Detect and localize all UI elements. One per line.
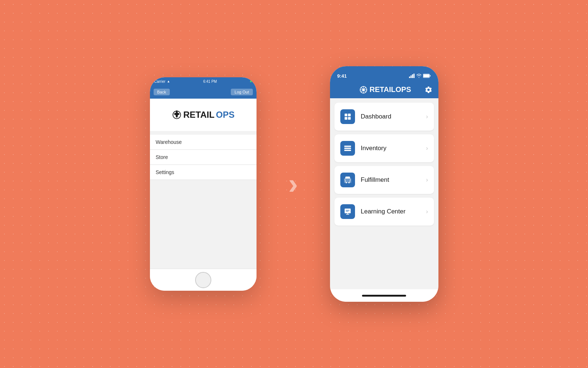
home-indicator (362, 295, 406, 297)
svg-rect-21 (344, 209, 351, 213)
new-phone-bottom (330, 289, 438, 302)
logout-button[interactable]: Log Out (231, 89, 252, 95)
gear-icon (424, 86, 433, 94)
menu-card-inventory[interactable]: Inventory › (334, 134, 434, 162)
svg-rect-7 (423, 74, 429, 77)
fulfillment-label: Fulfillment (361, 176, 426, 184)
old-logo-area: RETAILOPS (150, 99, 257, 131)
new-phone-body: Dashboard › Inventory › (330, 98, 438, 289)
svg-rect-12 (348, 114, 350, 116)
fulfillment-chevron: › (426, 177, 428, 183)
inventory-icon (340, 141, 355, 156)
old-time: 6:41 PM (203, 79, 217, 84)
new-phone: 9:41 (330, 66, 438, 302)
svg-point-20 (348, 182, 349, 184)
menu-card-learning-center[interactable]: Learning Center › (334, 198, 434, 226)
svg-point-1 (175, 114, 178, 116)
menu-card-dashboard[interactable]: Dashboard › (334, 103, 434, 131)
old-phone-bottom (150, 269, 257, 291)
old-menu-settings[interactable]: Settings (150, 165, 257, 180)
new-status-icons (409, 74, 431, 78)
svg-rect-11 (344, 114, 347, 116)
old-menu-store[interactable]: Store (150, 150, 257, 165)
menu-card-fulfillment[interactable]: Fulfillment › (334, 166, 434, 194)
new-logo-ops: OPS (395, 85, 411, 94)
new-header: RETAILOPS (330, 82, 438, 98)
old-status-bar: Carrier ▲ 6:41 PM ■ (150, 77, 257, 85)
new-logo: RETAILOPS (346, 85, 424, 94)
svg-rect-14 (348, 117, 350, 120)
old-menu-warehouse[interactable]: Warehouse (150, 135, 257, 150)
new-status-bar: 9:41 (330, 66, 438, 82)
main-scene: Carrier ▲ 6:41 PM ■ Back Log Out (150, 66, 438, 302)
svg-rect-16 (344, 148, 351, 149)
new-logo-retail: RETAIL (370, 85, 396, 94)
dashboard-chevron: › (426, 113, 428, 120)
old-phone-body: RETAILOPS Warehouse Store Settings (150, 99, 257, 269)
dashboard-label: Dashboard (361, 113, 426, 120)
back-button[interactable]: Back (154, 89, 170, 95)
old-logo-retail: RETAIL (183, 110, 215, 120)
new-time: 9:41 (337, 73, 347, 79)
learning-center-label: Learning Center (361, 208, 426, 215)
svg-rect-4 (412, 74, 413, 78)
fulfillment-icon (340, 173, 355, 187)
transition-arrow: › (279, 169, 308, 199)
svg-rect-3 (410, 75, 412, 78)
svg-rect-8 (430, 75, 430, 77)
svg-point-10 (362, 88, 365, 91)
new-logo-icon (359, 86, 368, 94)
old-logo-icon (172, 110, 182, 120)
new-logo-text: RETAILOPS (370, 85, 411, 94)
svg-rect-17 (344, 150, 351, 151)
inventory-chevron: › (426, 145, 428, 152)
svg-point-19 (345, 182, 347, 184)
svg-rect-13 (344, 117, 347, 120)
settings-button[interactable] (424, 86, 433, 94)
battery-icon (423, 74, 431, 78)
svg-rect-15 (344, 146, 351, 147)
old-signal-icon: ▲ (167, 79, 170, 83)
old-logo: RETAILOPS (172, 110, 235, 120)
signal-icon (409, 74, 415, 78)
dashboard-icon (340, 109, 355, 124)
learning-center-icon (340, 204, 355, 219)
home-button[interactable] (195, 272, 211, 288)
old-menu: Warehouse Store Settings (150, 135, 257, 180)
old-phone: Carrier ▲ 6:41 PM ■ Back Log Out (150, 77, 257, 291)
old-carrier: Carrier ▲ (154, 79, 170, 84)
learning-center-chevron: › (426, 208, 428, 215)
svg-rect-5 (413, 74, 415, 78)
wifi-icon (416, 74, 422, 78)
svg-rect-2 (409, 77, 410, 78)
inventory-label: Inventory (361, 145, 426, 152)
old-logo-ops: OPS (216, 110, 235, 120)
old-battery: ■ (250, 79, 252, 83)
old-nav-bar: Back Log Out (150, 85, 257, 99)
